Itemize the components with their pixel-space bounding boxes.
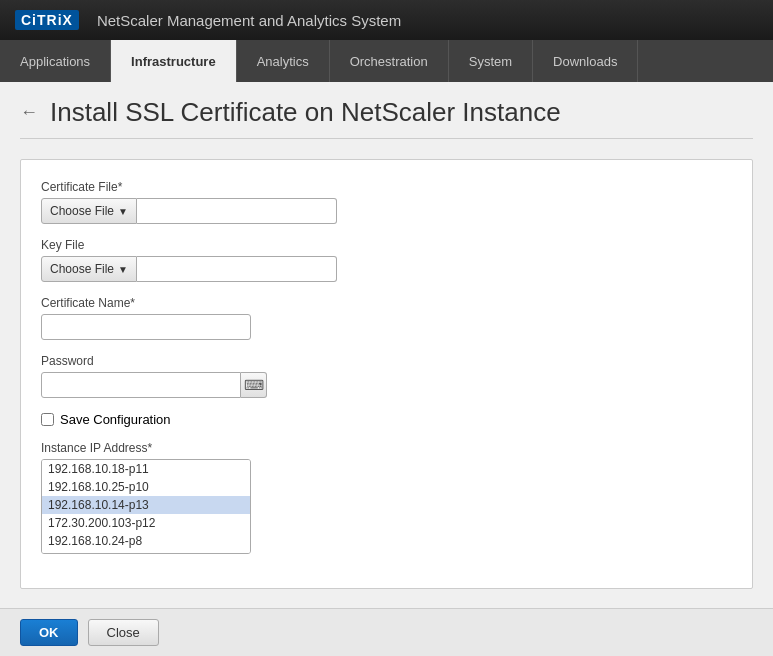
password-field-row: ⌨ bbox=[41, 372, 732, 398]
ip-address-list[interactable]: 192.168.10.18-p11 192.168.10.25-p10 192.… bbox=[41, 459, 251, 554]
save-config-row: Save Configuration bbox=[41, 412, 732, 427]
list-item[interactable]: 192.168.10.37-p9 bbox=[42, 550, 250, 554]
password-row: Password ⌨ bbox=[41, 354, 732, 398]
password-input[interactable] bbox=[41, 372, 241, 398]
instance-ip-label: Instance IP Address* bbox=[41, 441, 732, 455]
certificate-file-chooser: Choose File ▼ bbox=[41, 198, 732, 224]
cert-name-row: Certificate Name* bbox=[41, 296, 732, 340]
password-icon-button[interactable]: ⌨ bbox=[241, 372, 267, 398]
choose-key-file-label: Choose File bbox=[50, 262, 114, 276]
chevron-down-icon: ▼ bbox=[118, 206, 128, 217]
save-config-label[interactable]: Save Configuration bbox=[60, 412, 171, 427]
nav-system[interactable]: System bbox=[449, 40, 533, 82]
choose-key-file-button[interactable]: Choose File ▼ bbox=[41, 256, 137, 282]
logo-area: CiTRiX NetScaler Management and Analytic… bbox=[15, 10, 401, 30]
choose-cert-file-button[interactable]: Choose File ▼ bbox=[41, 198, 137, 224]
cert-name-label: Certificate Name* bbox=[41, 296, 732, 310]
cert-name-input[interactable] bbox=[41, 314, 251, 340]
key-file-chooser: Choose File ▼ bbox=[41, 256, 732, 282]
back-button[interactable]: ← bbox=[20, 102, 38, 123]
nav-orchestration[interactable]: Orchestration bbox=[330, 40, 449, 82]
page-title-row: ← Install SSL Certificate on NetScaler I… bbox=[20, 97, 753, 139]
citrix-logo: CiTRiX bbox=[15, 10, 79, 30]
save-config-checkbox[interactable] bbox=[41, 413, 54, 426]
keyboard-icon: ⌨ bbox=[244, 377, 264, 393]
cert-file-input[interactable] bbox=[137, 198, 337, 224]
form-panel: Certificate File* Choose File ▼ Key File… bbox=[20, 159, 753, 589]
list-item[interactable]: 192.168.10.18-p11 bbox=[42, 460, 250, 478]
content-area: ← Install SSL Certificate on NetScaler I… bbox=[0, 82, 773, 604]
header: CiTRiX NetScaler Management and Analytic… bbox=[0, 0, 773, 40]
nav-infrastructure[interactable]: Infrastructure bbox=[111, 40, 237, 82]
ok-button[interactable]: OK bbox=[20, 619, 78, 646]
key-file-row: Key File Choose File ▼ bbox=[41, 238, 732, 282]
choose-cert-file-label: Choose File bbox=[50, 204, 114, 218]
list-item[interactable]: 192.168.10.25-p10 bbox=[42, 478, 250, 496]
list-item[interactable]: 192.168.10.24-p8 bbox=[42, 532, 250, 550]
certificate-file-row: Certificate File* Choose File ▼ bbox=[41, 180, 732, 224]
list-item[interactable]: 192.168.10.14-p13 bbox=[42, 496, 250, 514]
main-nav: Applications Infrastructure Analytics Or… bbox=[0, 40, 773, 82]
nav-analytics[interactable]: Analytics bbox=[237, 40, 330, 82]
close-button[interactable]: Close bbox=[88, 619, 159, 646]
page-title: Install SSL Certificate on NetScaler Ins… bbox=[50, 97, 561, 128]
nav-applications[interactable]: Applications bbox=[0, 40, 111, 82]
list-item[interactable]: 172.30.200.103-p12 bbox=[42, 514, 250, 532]
key-file-input[interactable] bbox=[137, 256, 337, 282]
instance-ip-row: Instance IP Address* 192.168.10.18-p11 1… bbox=[41, 441, 732, 554]
certificate-file-label: Certificate File* bbox=[41, 180, 732, 194]
header-title: NetScaler Management and Analytics Syste… bbox=[97, 12, 401, 29]
nav-downloads[interactable]: Downloads bbox=[533, 40, 638, 82]
chevron-down-icon-2: ▼ bbox=[118, 264, 128, 275]
key-file-label: Key File bbox=[41, 238, 732, 252]
footer-bar: OK Close bbox=[0, 608, 773, 656]
password-label: Password bbox=[41, 354, 732, 368]
